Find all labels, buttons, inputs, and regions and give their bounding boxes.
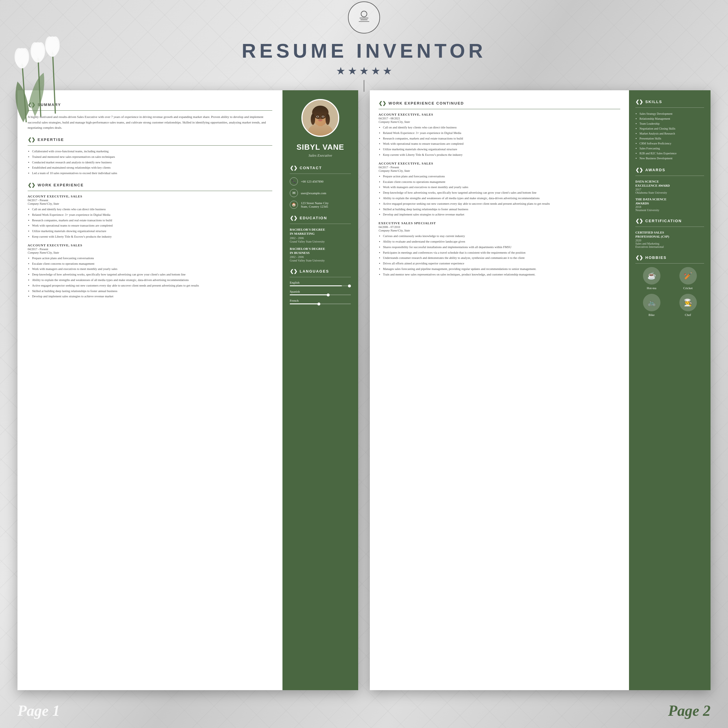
award-2-year: 2018: [635, 205, 704, 208]
list-item: Keep current with Liberty Title & Escrow…: [383, 153, 620, 158]
candidate-name: SIBYL VANE: [290, 143, 351, 152]
list-item: Sales Forecasting: [639, 146, 704, 151]
bracket-icon-skills: ❮❯: [635, 99, 643, 104]
p2-job-1-title: ACCOUNT EXECUTIVE, SALES: [379, 113, 620, 116]
address-icon: 🏠: [290, 200, 298, 209]
degree-1-name: BACHELOR'S DEGREEIN MARKETING: [290, 228, 351, 236]
job-2-company: Company Name\City, State: [28, 251, 272, 254]
hobby-cricket: 🏏 Cricket: [672, 267, 704, 290]
lang-spanish: Spanish: [290, 290, 351, 295]
list-item: Deep knowledge of how advertising works,…: [32, 272, 272, 277]
list-item: Escalate client concerns to operations m…: [383, 180, 620, 185]
candidate-title: Sales Executive: [290, 153, 351, 158]
lang-spanish-fill: [290, 294, 330, 295]
page-1-label: Page 1: [17, 702, 60, 719]
list-item: Work with operational teams to ensure tr…: [32, 223, 272, 228]
hobbies-section: ❮❯ HOBBIES ☕ Hot-tea 🏏 Cricket 🚲 B: [635, 255, 704, 317]
job-2-title: ACCOUNT EXECUTIVE, SALES: [28, 243, 272, 247]
cert-year: 2020: [635, 239, 704, 242]
bracket-icon-edu: ❮❯: [290, 215, 297, 221]
contact-title: CONTACT: [300, 166, 322, 170]
list-item: Skilled at building deep lasting relatio…: [32, 289, 272, 294]
list-item: Ability to explain the strengths and wea…: [32, 278, 272, 283]
list-item: Prepare action plans and forecasting con…: [383, 174, 620, 179]
work-experience-section: ❮❯ WORK EXPERIENCE ACCOUNT EXECUTIVE, SA…: [28, 182, 272, 299]
brand-name: RESUME INVENTOR: [242, 39, 486, 62]
hottea-icon: ☕: [643, 267, 661, 284]
contact-email: ✉ user@example.com: [290, 189, 351, 197]
degree-2-date: 2002 - 2006: [290, 255, 351, 258]
list-item: Trained and mentored new sales represent…: [32, 154, 272, 159]
wec-divider: [379, 109, 620, 109]
list-item: Research companies, markets and real est…: [32, 218, 272, 223]
p2-job-1-date: 04/2017 - 08/2021: [379, 117, 620, 120]
list-item: Participates in meetings and conferences…: [383, 251, 620, 255]
work-exp-title: WORK EXPERIENCE: [38, 183, 84, 187]
email-text: user@example.com: [301, 191, 326, 195]
list-item: Utilize marketing materials showing orga…: [383, 147, 620, 152]
chef-icon: 👨‍🍳: [679, 294, 697, 311]
job-1-company: Company Name\City, State: [28, 202, 272, 205]
education-title: EDUCATION: [300, 216, 327, 220]
cert-title: CERTIFICATION: [645, 219, 682, 223]
awards-section: ❮❯ AWARDS DATA SCIENCEEXCELLENCE AWARD 2…: [635, 167, 704, 212]
lang-spanish-bar: [290, 294, 351, 295]
list-item: Utilize marketing materials showing orga…: [32, 229, 272, 234]
lang-spanish-label: Spanish: [290, 290, 351, 293]
skills-list: Sales Strategy Development Relationship …: [635, 111, 704, 161]
education-header: ❮❯ EDUCATION: [290, 215, 351, 221]
hobby-cricket-label: Cricket: [683, 286, 693, 290]
list-item: Work with operational teams to ensure tr…: [383, 142, 620, 147]
page-1-left: ❮❯ SUMMARY A highly motivated and result…: [17, 90, 283, 690]
list-item: Develop and implement sales strategies t…: [32, 294, 272, 299]
awards-header: ❮❯ AWARDS: [635, 167, 704, 173]
degree-1-school: Grand Valley State University: [290, 240, 351, 243]
list-item: Negotiation and Closing Skills: [639, 126, 704, 131]
award-1-name: DATA SCIENCEEXCELLENCE AWARD: [635, 179, 704, 188]
degree-1-date: 2002 - 2006: [290, 237, 351, 240]
award-2: THE DATA SCIENCEAWARDS 2018 Neumont Univ…: [635, 197, 704, 212]
job-1-title: ACCOUNT EXECUTIVE, SALES: [28, 194, 272, 198]
cert-name: CERTIFIED SALESPROFESSIONAL (CSP): [635, 230, 704, 239]
page-2-label: Page 2: [668, 702, 711, 719]
education-section: ❮❯ EDUCATION BACHELOR'S DEGREEIN MARKETI…: [290, 215, 351, 262]
list-item: Ability to explain the strengths and wea…: [383, 196, 620, 201]
skills-section: ❮❯ SKILLS Sales Strategy Development Rel…: [635, 99, 704, 161]
address-text: 123 Street Name CityState, Country 12345: [301, 201, 329, 208]
p2-job-1-bullets: Call on and identify key clients who can…: [379, 125, 620, 158]
list-item: Call on and identify key clients who can…: [383, 125, 620, 130]
p2-job-2-title: ACCOUNT EXECUTIVE, SALES: [379, 162, 620, 165]
languages-section: ❮❯ LANGUAGES English Spanish: [290, 269, 351, 304]
email-icon: ✉: [290, 189, 298, 197]
candidate-photo: [301, 99, 339, 137]
page-2-sidebar: ❮❯ SKILLS Sales Strategy Development Rel…: [629, 90, 711, 690]
degree-2-name: BACHELOR'S DEGREEIN BUSINESS: [290, 247, 351, 255]
lang-french-label: French: [290, 299, 351, 302]
list-item: B2B and B2C Sales Experience: [639, 151, 704, 156]
list-item: Escalate client concerns to operations m…: [32, 262, 272, 266]
page-1-sidebar: SIBYL VANE Sales Executive ❮❯ CONTACT 📞 …: [283, 90, 358, 690]
list-item: Research companies, markets and real est…: [383, 136, 620, 141]
bracket-icon-contact: ❮❯: [290, 165, 297, 171]
cert-header: ❮❯ CERTIFICATION: [635, 218, 704, 224]
lang-spanish-dot: [327, 294, 330, 297]
contact-address: 🏠 123 Street Name CityState, Country 123…: [290, 200, 351, 209]
svg-point-25: [317, 116, 318, 117]
p2-job-3-title: EXECUTIVE SALES SPECIALIST: [379, 221, 620, 225]
phone-icon: 📞: [290, 177, 298, 185]
hobbies-grid: ☕ Hot-tea 🏏 Cricket 🚲 Bike 👨‍🍳 Chef: [635, 267, 704, 317]
list-item: Train and mentor new sales representativ…: [383, 272, 620, 277]
p2-job-1-company: Company Name\City, State: [379, 120, 620, 124]
svg-point-26: [322, 116, 324, 117]
job-2-bullets: Prepare action plans and forecasting con…: [28, 256, 272, 299]
hobby-bike-label: Bike: [648, 313, 655, 317]
awards-title: AWARDS: [645, 168, 665, 172]
stars-row: ★★★★★: [336, 65, 392, 77]
hobby-hottea-label: Hot-tea: [647, 286, 656, 290]
header: RESUME INVENTOR ★★★★★: [0, 0, 728, 93]
list-item: Curious and continuously seeks knowledge…: [383, 234, 620, 239]
expertise-list: Collaborated with cross-functional teams…: [28, 149, 272, 176]
list-item: Manages sales forecasting and pipeline m…: [383, 267, 620, 272]
bike-icon: 🚲: [643, 294, 661, 311]
job-1-bullets: Call on and identify key clients who can…: [28, 207, 272, 239]
